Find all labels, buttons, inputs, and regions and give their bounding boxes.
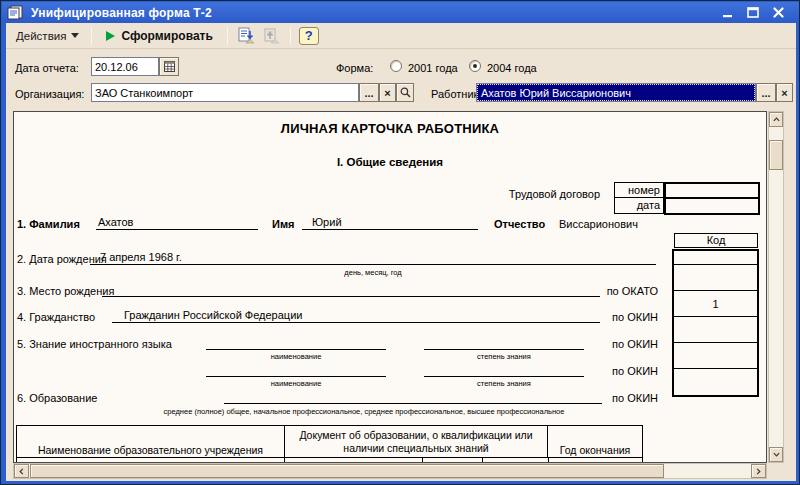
ellipsis-icon: ... xyxy=(364,88,373,98)
scroll-down-button[interactable] xyxy=(769,447,783,462)
language-level-caption: степень знания xyxy=(424,352,584,361)
toolbar-separator xyxy=(227,27,228,45)
window-title: Унифицированная форма Т-2 xyxy=(31,6,212,20)
code-cell xyxy=(674,251,757,264)
birth-place-label: 3. Место рождения xyxy=(17,285,114,297)
chevron-down-icon xyxy=(773,451,780,458)
education-label: 6. Образование xyxy=(17,392,97,404)
organization-input[interactable] xyxy=(91,83,359,102)
clear-x-icon: × xyxy=(781,88,787,98)
code-cell xyxy=(674,368,757,395)
export-result-button[interactable] xyxy=(235,25,258,46)
restore-result-button[interactable] xyxy=(260,25,283,46)
code-cell-citizenship: 1 xyxy=(674,290,757,316)
labor-contract-date-label: дата xyxy=(614,198,664,214)
education-table-col3-header: Год окончания xyxy=(548,426,642,457)
language-label: 5. Знание иностранного языка xyxy=(17,338,172,350)
calendar-icon xyxy=(164,61,175,72)
toolbar-separator xyxy=(91,27,92,45)
education-table: Наименование образовательного учреждения… xyxy=(16,425,643,458)
okin-label-language1: по ОКИН xyxy=(602,338,658,350)
vertical-scroll-thumb[interactable] xyxy=(769,140,783,170)
radio-form-2004-label[interactable]: 2004 года xyxy=(487,62,537,74)
code-column-header: Код xyxy=(674,233,758,248)
report-date-input[interactable] xyxy=(91,57,159,76)
close-icon[interactable] xyxy=(771,6,785,20)
code-cell xyxy=(674,342,757,368)
magnifier-icon xyxy=(400,87,411,98)
parameters-panel: Дата отчета: Форма: 2001 года 2004 года … xyxy=(6,49,796,109)
scroll-up-button[interactable] xyxy=(769,112,783,127)
app-window: Унифицированная форма Т-2 Действия Сформ… xyxy=(0,0,800,485)
scroll-left-button[interactable] xyxy=(14,464,29,478)
chevron-up-icon xyxy=(773,116,780,123)
education-table-col1-header: Наименование образовательного учреждения xyxy=(17,426,285,457)
language2-level-caption: степень знания xyxy=(424,379,584,388)
radio-form-2001-label[interactable]: 2001 года xyxy=(408,62,458,74)
radio-form-2001[interactable] xyxy=(390,60,402,72)
labor-contract-table: номер дата xyxy=(614,182,760,215)
document-title: ЛИЧНАЯ КАРТОЧКА РАБОТНИКА xyxy=(14,121,766,136)
report-date-label: Дата отчета: xyxy=(15,62,79,74)
birth-place-value xyxy=(102,283,600,297)
labor-contract-label: Трудовой договор xyxy=(394,188,600,200)
name-label: Имя xyxy=(272,218,294,230)
organization-open-button[interactable] xyxy=(396,83,414,102)
language-level-value xyxy=(424,336,584,350)
toolbar: Действия Сформировать ? xyxy=(6,23,796,49)
horizontal-scroll-thumb[interactable] xyxy=(30,464,664,478)
horizontal-scrollbar[interactable] xyxy=(13,463,767,479)
okato-label: по ОКАТО xyxy=(602,285,658,297)
language-name-value xyxy=(206,336,386,350)
labor-contract-date-cell xyxy=(664,198,760,215)
education-value xyxy=(224,390,602,404)
generate-label: Сформировать xyxy=(121,29,212,43)
maximize-icon[interactable] xyxy=(746,6,760,20)
document-arrow-down-icon xyxy=(237,27,255,45)
vertical-scrollbar[interactable] xyxy=(768,111,784,463)
chevron-down-icon xyxy=(71,33,79,38)
organization-select-button[interactable]: ... xyxy=(359,83,379,102)
language-name-caption: наименование xyxy=(206,352,386,361)
organization-clear-button[interactable]: × xyxy=(379,83,396,102)
play-icon xyxy=(106,31,115,41)
document-page: ЛИЧНАЯ КАРТОЧКА РАБОТНИКА I. Общие сведе… xyxy=(13,111,767,463)
education-table-col2-header: Документ об образовании, о квалификации … xyxy=(285,426,548,457)
window-frame: Унифицированная форма Т-2 Действия Сформ… xyxy=(0,0,800,485)
patronymic-value: Виссарионович xyxy=(559,218,638,230)
help-button[interactable]: ? xyxy=(299,27,319,45)
actions-menu-button[interactable]: Действия xyxy=(8,28,85,44)
radio-form-2004[interactable] xyxy=(469,60,481,72)
generate-button[interactable]: Сформировать xyxy=(98,27,220,45)
calendar-button[interactable] xyxy=(159,57,179,76)
birth-date-caption: день, месяц, год xyxy=(90,268,656,277)
code-column: 1 xyxy=(672,249,759,397)
form-document-icon xyxy=(7,5,24,20)
name-value: Юрий xyxy=(302,216,478,230)
citizenship-value: Гражданин Российской Федерации xyxy=(112,309,600,323)
employee-label: Работник: xyxy=(431,88,481,100)
surname-label: 1. Фамилия xyxy=(17,218,80,230)
ellipsis-icon: ... xyxy=(761,88,770,98)
okin-label-citizenship: по ОКИН xyxy=(602,311,658,323)
chevron-left-icon xyxy=(18,468,25,475)
document-area: ЛИЧНАЯ КАРТОЧКА РАБОТНИКА I. Общие сведе… xyxy=(6,109,796,481)
actions-label: Действия xyxy=(16,30,66,42)
chevron-right-icon xyxy=(755,468,762,475)
education-caption: среднее (полное) общее, начальное профес… xyxy=(124,407,604,416)
okin-label-language2: по ОКИН xyxy=(602,365,658,377)
clear-x-icon: × xyxy=(384,88,390,98)
employee-clear-button[interactable]: × xyxy=(776,83,793,102)
title-bar[interactable]: Унифицированная форма Т-2 xyxy=(2,2,799,23)
surname-value: Ахатов xyxy=(96,216,258,230)
employee-select-button[interactable]: ... xyxy=(756,83,776,102)
document-section-title: I. Общие сведения xyxy=(14,156,766,168)
labor-contract-number-label: номер xyxy=(614,182,664,198)
employee-field[interactable]: Ахатов Юрий Виссарионович xyxy=(476,83,756,102)
scroll-right-button[interactable] xyxy=(751,464,766,478)
okin-label-education: по ОКИН xyxy=(602,392,658,404)
document-arrow-up-icon xyxy=(262,27,280,45)
birth-date-value: 7 апреля 1968 г. xyxy=(90,251,656,265)
minimize-icon[interactable] xyxy=(721,6,735,20)
organization-label: Организация: xyxy=(15,88,84,100)
